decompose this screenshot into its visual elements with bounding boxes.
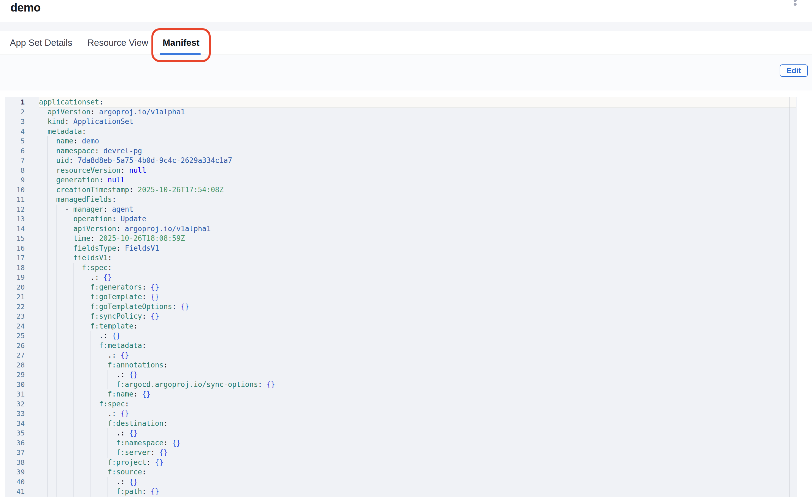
code-line-text: time: 2025-10-26T18:08:59Z <box>39 234 796 243</box>
tab-app-set-details[interactable]: App Set Details <box>10 31 72 55</box>
line-number: 32 <box>5 399 25 409</box>
code-line[interactable]: 35 .: {} <box>5 428 797 438</box>
code-line[interactable]: 5 name: demo <box>5 136 797 146</box>
manifest-editor[interactable]: 1applicationset:2 apiVersion: argoproj.i… <box>5 97 797 497</box>
code-line[interactable]: 29 .: {} <box>5 370 797 380</box>
edit-button[interactable]: Edit <box>780 64 808 77</box>
code-line[interactable]: 7 uid: 7da8d8eb-5a75-4b0d-9c4c-2629a334c… <box>5 156 797 166</box>
indent-guides <box>39 302 83 312</box>
code-line[interactable]: 36 f:namespace: {} <box>5 438 797 448</box>
code-line[interactable]: 4 metadata: <box>5 127 797 137</box>
line-number: 20 <box>5 282 25 292</box>
line-number: 1 <box>5 97 25 107</box>
code-line-text: f:source: <box>39 467 796 477</box>
line-number: 3 <box>5 117 25 127</box>
code-line-text: f:namespace: {} <box>39 438 796 448</box>
code-line[interactable]: 12 - manager: agent <box>5 205 797 214</box>
indent-guides <box>39 477 108 487</box>
code-line[interactable]: 8 resourceVersion: null <box>5 166 797 175</box>
code-line[interactable]: 34 f:destination: <box>5 419 797 429</box>
line-number: 39 <box>5 467 25 477</box>
code-line[interactable]: 10 creationTimestamp: 2025-10-26T17:54:0… <box>5 185 797 195</box>
code-line[interactable]: 14 apiVersion: argoproj.io/v1alpha1 <box>5 224 797 234</box>
code-line[interactable]: 2 apiVersion: argoproj.io/v1alpha1 <box>5 107 797 117</box>
code-line[interactable]: 9 generation: null <box>5 175 797 185</box>
code-line[interactable]: 33 .: {} <box>5 409 797 419</box>
code-line-text: creationTimestamp: 2025-10-26T17:54:08Z <box>39 185 796 195</box>
tab-manifest[interactable]: Manifest <box>160 31 202 55</box>
code-line[interactable]: 19 .: {} <box>5 273 797 282</box>
line-number: 38 <box>5 458 25 468</box>
code-line[interactable]: 23 f:syncPolicy: {} <box>5 312 797 321</box>
indent-guides <box>39 185 48 195</box>
code-line[interactable]: 22 f:goTemplateOptions: {} <box>5 302 797 312</box>
code-line-text: apiVersion: argoproj.io/v1alpha1 <box>39 224 796 234</box>
code-line-text: f:spec: <box>39 399 796 409</box>
code-line[interactable]: 20 f:generators: {} <box>5 282 797 292</box>
code-line-text: name: demo <box>39 136 796 146</box>
code-line[interactable]: 39 f:source: <box>5 467 797 477</box>
line-number: 41 <box>5 487 25 497</box>
line-number: 2 <box>5 107 25 117</box>
code-line[interactable]: 3 kind: ApplicationSet <box>5 117 797 127</box>
line-number: 37 <box>5 448 25 458</box>
code-line[interactable]: 21 f:goTemplate: {} <box>5 292 797 302</box>
code-line[interactable]: 25 .: {} <box>5 331 797 341</box>
code-line[interactable]: 18 f:spec: <box>5 263 797 273</box>
code-lines-container: 1applicationset:2 apiVersion: argoproj.i… <box>5 97 797 497</box>
code-line-text: namespace: devrel-pg <box>39 146 796 156</box>
indent-guides <box>39 292 83 302</box>
indent-guides <box>39 273 83 282</box>
code-line-text: fieldsType: FieldsV1 <box>39 243 796 253</box>
line-number: 7 <box>5 156 25 166</box>
code-line[interactable]: 28 f:annotations: <box>5 360 797 370</box>
line-number: 36 <box>5 438 25 448</box>
code-line[interactable]: 17 fieldsV1: <box>5 253 797 263</box>
code-line[interactable]: 15 time: 2025-10-26T18:08:59Z <box>5 234 797 243</box>
code-line[interactable]: 11 managedFields: <box>5 195 797 205</box>
code-line[interactable]: 38 f:project: {} <box>5 458 797 468</box>
line-number: 21 <box>5 292 25 302</box>
code-line[interactable]: 26 f:metadata: <box>5 341 797 351</box>
code-line[interactable]: 24 f:template: <box>5 321 797 331</box>
line-number: 23 <box>5 312 25 321</box>
line-number: 8 <box>5 166 25 175</box>
indent-guides <box>39 428 108 438</box>
code-line-text: f:destination: <box>39 419 796 429</box>
code-line[interactable]: 13 operation: Update <box>5 214 797 224</box>
code-line-text: f:name: {} <box>39 389 796 399</box>
code-line[interactable]: 27 .: {} <box>5 350 797 360</box>
indent-guides <box>39 360 100 370</box>
indent-guides <box>39 156 48 166</box>
code-line[interactable]: 40 .: {} <box>5 477 797 487</box>
code-line[interactable]: 6 namespace: devrel-pg <box>5 146 797 156</box>
header-divider-band <box>0 22 812 31</box>
code-line-text: .: {} <box>39 370 796 380</box>
kebab-dot <box>794 3 797 6</box>
kebab-menu-icon[interactable] <box>792 0 798 9</box>
indent-guides <box>39 205 57 214</box>
line-number: 34 <box>5 419 25 429</box>
tab-resource-view[interactable]: Resource View <box>87 31 148 55</box>
code-line-text: f:spec: <box>39 263 796 273</box>
code-line[interactable]: 16 fieldsType: FieldsV1 <box>5 243 797 253</box>
code-line[interactable]: 37 f:server: {} <box>5 448 797 458</box>
code-line-text: generation: null <box>39 175 796 185</box>
code-line[interactable]: 30 f:argocd.argoproj.io/sync-options: {} <box>5 380 797 390</box>
code-line-text: operation: Update <box>39 214 796 224</box>
code-line[interactable]: 32 f:spec: <box>5 399 797 409</box>
code-line-text: resourceVersion: null <box>39 166 796 175</box>
line-number: 19 <box>5 273 25 282</box>
indent-guides <box>39 321 83 331</box>
code-line[interactable]: 41 f:path: {} <box>5 487 797 497</box>
line-number: 14 <box>5 224 25 234</box>
code-line-text: .: {} <box>39 273 796 282</box>
code-line-text: f:annotations: <box>39 360 796 370</box>
line-number: 27 <box>5 350 25 360</box>
line-number: 15 <box>5 234 25 243</box>
code-line[interactable]: 31 f:name: {} <box>5 389 797 399</box>
code-line[interactable]: 1applicationset: <box>5 97 797 107</box>
indent-guides <box>39 166 48 175</box>
indent-guides <box>39 331 91 341</box>
line-number: 29 <box>5 370 25 380</box>
